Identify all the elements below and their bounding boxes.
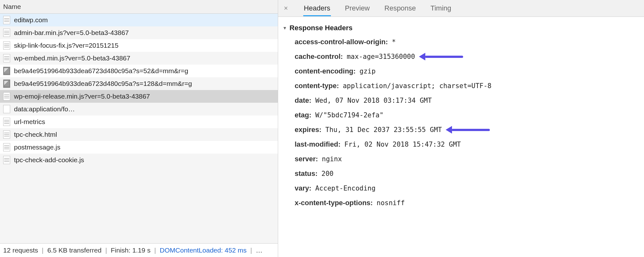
request-name: wp-embed.min.js?ver=5.0-beta3-43867: [14, 54, 130, 62]
request-row[interactable]: wp-emoji-release.min.js?ver=5.0-beta3-43…: [0, 90, 278, 103]
header-value: max-age=315360000: [347, 53, 415, 60]
request-row[interactable]: wp-embed.min.js?ver=5.0-beta3-43867: [0, 52, 278, 65]
header-name: server:: [295, 155, 318, 163]
header-name: cache-control:: [295, 52, 343, 60]
header-name: date:: [295, 96, 312, 104]
header-value: application/javascript; charset=UTF-8: [343, 82, 491, 90]
status-domcontentloaded: DOMContentLoaded: 452 ms: [160, 247, 247, 254]
tab-response[interactable]: Response: [384, 0, 416, 16]
header-value: *: [392, 38, 396, 46]
response-header-row: last-modified: Fri, 02 Nov 2018 15:47:32…: [295, 140, 640, 149]
image-icon: [3, 67, 10, 75]
disclosure-triangle-icon[interactable]: ▼: [283, 25, 287, 31]
response-header-row: status: 200: [295, 170, 640, 178]
request-name: editwp.com: [14, 16, 48, 24]
status-more: …: [256, 247, 263, 254]
devtools-panel: Name editwp.comadmin-bar.min.js?ver=5.0-…: [0, 0, 644, 257]
header-name: status:: [295, 170, 318, 177]
response-header-row: cache-control: max-age=315360000: [295, 52, 640, 61]
status-sep: |: [42, 247, 44, 254]
response-header-row: access-control-allow-origin: *: [295, 38, 640, 46]
network-request-list: Name editwp.comadmin-bar.min.js?ver=5.0-…: [0, 0, 278, 257]
response-header-row: x-content-type-options: nosniff: [295, 199, 640, 207]
document-icon: [3, 41, 10, 50]
header-name: last-modified:: [295, 140, 340, 148]
empty-space: [0, 166, 278, 243]
response-headers-section[interactable]: ▼ Response Headers: [283, 24, 640, 32]
response-header-row: etag: W/"5bdc7194-2efa": [295, 111, 640, 119]
document-icon: [3, 143, 10, 151]
request-name: tpc-check-add-cookie.js: [14, 156, 84, 164]
image-icon: [3, 80, 10, 88]
file-icon: [3, 105, 10, 113]
request-name: wp-emoji-release.min.js?ver=5.0-beta3-43…: [14, 93, 150, 100]
header-name: x-content-type-options:: [295, 199, 373, 207]
request-name: be9a4e9519964b933dea6723d480c95a?s=128&d…: [14, 80, 192, 87]
section-title-text: Response Headers: [290, 24, 353, 32]
request-name: postmessage.js: [14, 143, 60, 151]
header-name: expires:: [295, 126, 321, 134]
header-name: access-control-allow-origin:: [295, 38, 388, 46]
request-row[interactable]: editwp.com: [0, 14, 278, 26]
document-icon: [3, 156, 10, 164]
document-icon: [3, 118, 10, 126]
header-name: vary:: [295, 184, 312, 192]
request-details-panel: × HeadersPreviewResponseTiming ▼ Respons…: [278, 0, 644, 257]
tab-headers[interactable]: Headers: [303, 0, 331, 16]
response-header-row: content-type: application/javascript; ch…: [295, 82, 640, 90]
headers-panel: ▼ Response Headers access-control-allow-…: [278, 17, 644, 257]
header-value: Fri, 02 Nov 2018 15:47:32 GMT: [344, 141, 461, 148]
header-value: 200: [321, 170, 333, 177]
request-row[interactable]: url-metrics: [0, 115, 278, 128]
request-row[interactable]: skip-link-focus-fix.js?ver=20151215: [0, 39, 278, 52]
header-name: content-encoding:: [295, 67, 356, 75]
status-bar: 12 requests | 6.5 KB transferred | Finis…: [0, 243, 278, 257]
status-transferred: 6.5 KB transferred: [47, 247, 101, 254]
header-value: Thu, 31 Dec 2037 23:55:55 GMT: [325, 126, 442, 134]
status-sep: |: [105, 247, 107, 254]
request-name: be9a4e9519964b933dea6723d480c95a?s=52&d=…: [14, 67, 188, 75]
response-header-row: server: nginx: [295, 155, 640, 163]
header-value: nosniff: [377, 199, 405, 207]
request-name: url-metrics: [14, 118, 45, 126]
request-rows: editwp.comadmin-bar.min.js?ver=5.0-beta3…: [0, 14, 278, 243]
response-header-row: date: Wed, 07 Nov 2018 03:17:34 GMT: [295, 96, 640, 105]
response-header-row: vary: Accept-Encoding: [295, 184, 640, 192]
request-row[interactable]: be9a4e9519964b933dea6723d480c95a?s=52&d=…: [0, 65, 278, 77]
header-value: nginx: [322, 155, 342, 163]
header-value: gzip: [360, 67, 376, 75]
request-row[interactable]: tpc-check-add-cookie.js: [0, 154, 278, 166]
tab-timing[interactable]: Timing: [430, 0, 452, 16]
document-icon: [3, 16, 10, 24]
response-header-row: content-encoding: gzip: [295, 67, 640, 75]
request-row[interactable]: admin-bar.min.js?ver=5.0-beta3-43867: [0, 26, 278, 39]
request-row[interactable]: data:application/fo…: [0, 103, 278, 115]
request-name: tpc-check.html: [14, 131, 57, 138]
request-row[interactable]: postmessage.js: [0, 141, 278, 154]
close-icon[interactable]: ×: [282, 4, 290, 12]
document-icon: [3, 130, 10, 139]
request-row[interactable]: be9a4e9519964b933dea6723d480c95a?s=128&d…: [0, 77, 278, 90]
status-finish: Finish: 1.19 s: [111, 247, 150, 254]
request-name: data:application/fo…: [14, 105, 75, 113]
status-requests: 12 requests: [3, 247, 38, 254]
details-tabbar: × HeadersPreviewResponseTiming: [278, 0, 644, 17]
header-value: W/"5bdc7194-2efa": [315, 111, 384, 119]
status-sep: |: [250, 247, 252, 254]
request-name: skip-link-focus-fix.js?ver=20151215: [14, 42, 119, 49]
document-icon: [3, 29, 10, 37]
header-name: etag:: [295, 111, 312, 119]
status-sep: |: [154, 247, 156, 254]
header-value: Wed, 07 Nov 2018 03:17:34 GMT: [315, 97, 432, 104]
header-name: content-type:: [295, 82, 339, 90]
column-header-name[interactable]: Name: [0, 0, 278, 14]
document-icon: [3, 92, 10, 101]
tab-preview[interactable]: Preview: [344, 0, 370, 16]
response-header-row: expires: Thu, 31 Dec 2037 23:55:55 GMT: [295, 126, 640, 134]
request-name: admin-bar.min.js?ver=5.0-beta3-43867: [14, 29, 129, 37]
document-icon: [3, 54, 10, 62]
header-value: Accept-Encoding: [315, 184, 376, 192]
request-row[interactable]: tpc-check.html: [0, 128, 278, 141]
